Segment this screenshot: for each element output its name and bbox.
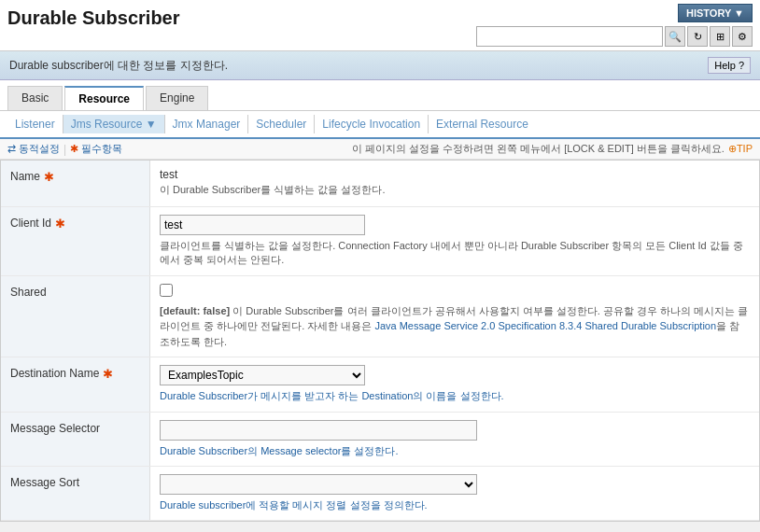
tab-resource[interactable]: Resource: [64, 86, 144, 110]
message-selector-desc: Durable Subscriber의 Message selector를 설정…: [160, 444, 750, 458]
subnav-lifecycle-invocation[interactable]: Lifecycle Invocation: [315, 115, 429, 133]
form-row-message-selector: Message Selector Durable Subscriber의 Mes…: [1, 413, 759, 467]
header: Durable Subscriber HISTORY ▼ 🔍 ↻ ⊞ ⚙: [0, 0, 760, 51]
form-row-message-sort: Message Sort Durable subscriber에 적용할 메시지…: [1, 467, 759, 521]
sync-icon: ⇄: [7, 143, 16, 155]
page-title: Durable Subscriber: [7, 7, 180, 29]
form-row-name: Name ✱ test 이 Durable Subscriber를 식별하는 값…: [1, 161, 759, 207]
content-name: test 이 Durable Subscriber를 식별하는 값을 설정한다.: [150, 161, 759, 206]
content-message-selector: Durable Subscriber의 Message selector를 설정…: [150, 413, 759, 466]
label-shared: Shared: [1, 276, 150, 357]
form-row-clientid: Client Id ✱ 클라이언트를 식별하는 값을 설정한다. Connect…: [1, 207, 759, 276]
subnav-listener[interactable]: Listener: [7, 115, 63, 133]
static-config-label: 동적설정: [19, 142, 60, 156]
form-container: Name ✱ test 이 Durable Subscriber를 식별하는 값…: [0, 160, 760, 522]
name-value: test: [160, 168, 750, 181]
star-icon: ✱: [70, 143, 78, 155]
grid-icon-btn[interactable]: ⊞: [710, 26, 730, 47]
settings-icon-btn[interactable]: ⚙: [732, 26, 753, 47]
shared-desc: [default: false] 이 Durable Subscriber를 여…: [160, 303, 750, 350]
clientid-desc: 클라이언트를 식별하는 값을 설정한다. Connection Factory …: [160, 239, 750, 268]
message-sort-select[interactable]: [160, 474, 477, 495]
label-name-text: Name: [10, 170, 40, 183]
header-controls: HISTORY ▼ 🔍 ↻ ⊞ ⚙: [476, 4, 753, 47]
subnav-scheduler[interactable]: Scheduler: [248, 115, 315, 133]
label-name: Name ✱: [1, 161, 150, 206]
info-bar: Durable subscriber에 대한 정보를 지정한다. Help ?: [0, 51, 760, 80]
shared-link: Java Message Service 2.0 Specification 8…: [374, 320, 716, 331]
content-destination: ExamplesTopic Durable Subscriber가 메시지를 받…: [150, 357, 759, 411]
info-text: Durable subscriber에 대한 정보를 지정한다.: [9, 58, 228, 74]
label-message-selector: Message Selector: [1, 413, 150, 466]
tab-engine[interactable]: Engine: [146, 86, 208, 110]
name-desc: 이 Durable Subscriber를 식별하는 값을 설정한다.: [160, 183, 750, 197]
subnav: Listener Jms Resource ▼ Jmx Manager Sche…: [0, 111, 760, 139]
tip-text: 이 페이지의 설정을 수정하려면 왼쪽 메뉴에서 [LOCK & EDIT] 버…: [352, 142, 725, 156]
label-shared-text: Shared: [10, 286, 47, 299]
required-star-name: ✱: [44, 170, 54, 184]
label-clientid: Client Id ✱: [1, 207, 150, 275]
required-items-label: 필수항목: [81, 142, 122, 156]
form-row-destination: Destination Name ✱ ExamplesTopic Durable…: [1, 357, 759, 412]
shared-checkbox[interactable]: [160, 284, 173, 297]
tabs-container: Basic Resource Engine: [0, 80, 760, 111]
label-destination: Destination Name ✱: [1, 357, 150, 411]
subnav-jmx-manager[interactable]: Jmx Manager: [165, 115, 249, 133]
label-clientid-text: Client Id: [10, 217, 51, 230]
content-shared: [default: false] 이 Durable Subscriber를 여…: [150, 276, 759, 357]
separator-1: |: [63, 143, 66, 156]
required-items-item[interactable]: ✱ 필수항목: [70, 142, 122, 156]
search-input[interactable]: [476, 26, 663, 47]
content-message-sort: Durable subscriber에 적용할 메시지 정렬 설정을 정의한다.: [150, 467, 759, 520]
label-message-sort-text: Message Sort: [10, 476, 79, 489]
search-bar: 🔍 ↻ ⊞ ⚙: [476, 26, 753, 47]
help-button[interactable]: Help ?: [708, 57, 751, 74]
destination-desc: Durable Subscriber가 메시지를 받고자 하는 Destinat…: [160, 389, 750, 403]
label-message-sort: Message Sort: [1, 467, 150, 520]
message-sort-desc: Durable subscriber에 적용할 메시지 정렬 설정을 정의한다.: [160, 498, 750, 512]
form-row-shared: Shared [default: false] 이 Durable Subscr…: [1, 276, 759, 358]
history-button[interactable]: HISTORY ▼: [678, 4, 753, 22]
required-star-destination: ✱: [103, 367, 113, 381]
subnav-jms-resource[interactable]: Jms Resource ▼: [63, 115, 165, 133]
message-selector-input[interactable]: [160, 420, 477, 441]
tip-badge: ⊕TIP: [728, 143, 753, 155]
subnav-external-resource[interactable]: External Resource: [429, 115, 536, 133]
refresh-icon-btn[interactable]: ↻: [687, 26, 708, 47]
destination-select[interactable]: ExamplesTopic: [160, 365, 365, 385]
tab-basic[interactable]: Basic: [7, 86, 63, 110]
static-config-item[interactable]: ⇄ 동적설정: [7, 142, 60, 156]
action-bar: ⇄ 동적설정 | ✱ 필수항목 이 페이지의 설정을 수정하려면 왼쪽 메뉴에서…: [0, 139, 760, 160]
label-message-selector-text: Message Selector: [10, 422, 100, 435]
search-icon-btn[interactable]: 🔍: [665, 26, 685, 47]
label-destination-text: Destination Name: [10, 367, 99, 380]
action-bar-tip: 이 페이지의 설정을 수정하려면 왼쪽 메뉴에서 [LOCK & EDIT] 버…: [352, 142, 753, 156]
content-clientid: 클라이언트를 식별하는 값을 설정한다. Connection Factory …: [150, 207, 759, 275]
required-star-clientid: ✱: [55, 217, 65, 231]
clientid-input[interactable]: [160, 215, 365, 235]
